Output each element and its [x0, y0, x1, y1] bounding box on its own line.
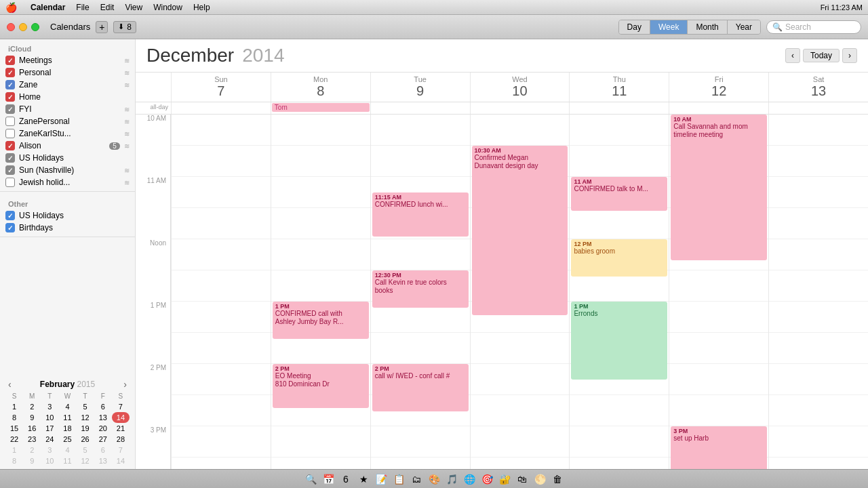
allday-thu[interactable] [569, 102, 669, 114]
dock-icon-3[interactable]: ★ [356, 472, 371, 487]
calendar-event[interactable]: 12 PMbabies groom [571, 239, 667, 277]
mini-cal-day[interactable]: 3 [41, 445, 58, 455]
view-year[interactable]: Year [728, 20, 760, 34]
view-week[interactable]: Week [650, 20, 688, 34]
mini-cal-day[interactable]: 6 [94, 401, 112, 412]
allday-mon[interactable]: Tom [271, 102, 370, 114]
apple-menu[interactable]: 🍎 [5, 2, 17, 13]
notification-badge[interactable]: ⬇ 8 [113, 21, 136, 33]
mini-cal-day[interactable]: 5 [77, 445, 94, 455]
cal-prev-btn[interactable]: ‹ [785, 48, 800, 63]
mini-cal-day[interactable]: 13 [94, 455, 112, 466]
mini-cal-day[interactable]: 7 [112, 445, 130, 455]
day-col-sat[interactable]: 5:30 PMHarb Christmas party [768, 115, 868, 469]
mini-cal-day[interactable]: 2 [23, 445, 41, 455]
mini-cal-day[interactable]: 10 [41, 412, 58, 423]
dock-icon-4[interactable]: 📝 [374, 472, 389, 487]
minimize-button[interactable] [19, 23, 27, 31]
dock-icon-1[interactable]: 📅 [321, 472, 336, 487]
sidebar-item-zane[interactable]: Zane ≋ [0, 79, 135, 91]
calendar-event[interactable]: 11:15 AMCONFIRMED lunch wi... [372, 192, 469, 237]
menu-edit[interactable]: Edit [100, 3, 115, 12]
view-month[interactable]: Month [688, 20, 727, 34]
dock-icon-0[interactable]: 🔍 [303, 472, 318, 487]
dock-icon-13[interactable]: 🌕 [532, 472, 547, 487]
calendar-event[interactable]: 10:30 AMConfirmed MeganDunavant design d… [472, 146, 568, 315]
mini-cal-day[interactable]: 19 [77, 423, 94, 434]
add-calendar-button[interactable]: + [96, 21, 108, 33]
dock-icon-6[interactable]: 🗂 [409, 472, 424, 487]
dock-icon-14[interactable]: 🗑 [550, 472, 565, 487]
allday-event-tom[interactable]: Tom [272, 103, 370, 112]
mini-cal-day[interactable]: 8 [5, 455, 23, 466]
allday-wed[interactable] [470, 102, 570, 114]
day-col-tue[interactable]: 11:15 AMCONFIRMED lunch wi...12:30 PMCal… [370, 115, 470, 469]
calendar-event[interactable]: 1 PMErronds [571, 302, 667, 380]
day-col-thu[interactable]: 11 AMCONFIRMED talk to M...12 PMbabies g… [569, 115, 669, 469]
dock-icon-9[interactable]: 🌐 [462, 472, 477, 487]
cal-next-btn[interactable]: › [842, 48, 857, 63]
sidebar-item-sun-(nashville)[interactable]: Sun (Nashville) ≋ [0, 164, 135, 176]
mini-cal-day[interactable]: 14 [112, 412, 130, 423]
sidebar-item-personal[interactable]: Personal ≋ [0, 66, 135, 79]
dock-icon-11[interactable]: 🔐 [497, 472, 512, 487]
allday-sun[interactable] [171, 102, 271, 114]
sidebar-item-zanekarlstu...[interactable]: ZaneKarlStu... ≋ [0, 127, 135, 140]
dock-icon-12[interactable]: 🛍 [515, 472, 530, 487]
view-day[interactable]: Day [619, 20, 650, 34]
menu-help[interactable]: Help [193, 3, 210, 12]
sidebar-item-fyi[interactable]: FYI ≋ [0, 103, 135, 115]
menu-file[interactable]: File [76, 3, 89, 12]
sidebar-item-alison[interactable]: Alison 5 ≋ [0, 140, 135, 152]
mini-cal-day[interactable]: 14 [112, 455, 130, 466]
menu-calendar[interactable]: Calendar [31, 3, 65, 12]
mini-cal-day[interactable]: 25 [58, 434, 76, 445]
mini-cal-day[interactable]: 27 [94, 434, 112, 445]
day-col-mon[interactable]: 1 PMCONFIRMED call withAshley Jumby Bay … [271, 115, 370, 469]
day-col-sun[interactable]: 6:30 PMCross point Church [171, 115, 271, 469]
dock-icon-2[interactable]: 6 [338, 472, 353, 487]
mini-cal-day[interactable]: 11 [58, 412, 76, 423]
mini-cal-day[interactable]: 28 [112, 434, 130, 445]
sidebar-other-us-holidays[interactable]: US Holidays [0, 209, 135, 222]
mini-cal-day[interactable]: 21 [112, 423, 130, 434]
dock-icon-7[interactable]: 🎨 [427, 472, 441, 487]
mini-cal-day[interactable]: 4 [58, 401, 76, 412]
dock-icon-5[interactable]: 📋 [391, 472, 406, 487]
dock-icon-8[interactable]: 🎵 [444, 472, 459, 487]
mini-cal-prev[interactable]: ‹ [5, 379, 14, 390]
mini-cal-day[interactable]: 15 [5, 423, 23, 434]
mini-cal-day[interactable]: 1 [5, 445, 23, 455]
sidebar-other-birthdays[interactable]: Birthdays [0, 222, 135, 234]
menu-view[interactable]: View [125, 3, 142, 12]
search-box[interactable]: 🔍 Search [766, 20, 861, 34]
mini-cal-day[interactable]: 8 [5, 412, 23, 423]
sidebar-item-zanepersonal[interactable]: ZanePersonal ≋ [0, 115, 135, 127]
maximize-button[interactable] [31, 23, 39, 31]
sidebar-item-meetings[interactable]: Meetings ≋ [0, 54, 135, 66]
calendar-event[interactable]: 10 AMCall Savannah and momtimeline meeti… [671, 115, 767, 260]
calendar-event[interactable]: 11 AMCONFIRMED talk to M... [571, 177, 667, 211]
allday-fri[interactable] [669, 102, 768, 114]
mini-cal-day[interactable]: 13 [94, 412, 112, 423]
calendar-event[interactable]: 2 PMcall w/ IWED - conf call # [372, 364, 469, 411]
mini-cal-day[interactable]: 18 [58, 423, 76, 434]
day-col-fri[interactable]: 10 AMCall Savannah and momtimeline meeti… [669, 115, 768, 469]
mini-cal-day[interactable]: 7 [112, 401, 130, 412]
calendar-event[interactable]: 3 PMset up Harb [671, 426, 767, 469]
dock-icon-10[interactable]: 🎯 [479, 472, 494, 487]
mini-cal-day[interactable]: 9 [23, 455, 41, 466]
mini-cal-day[interactable]: 26 [77, 434, 94, 445]
mini-cal-day[interactable]: 4 [58, 445, 76, 455]
mini-cal-day[interactable]: 20 [94, 423, 112, 434]
mini-cal-day[interactable]: 5 [77, 401, 94, 412]
calendar-event[interactable]: 1 PMCONFIRMED call withAshley Jumby Bay … [273, 302, 369, 339]
mini-cal-next[interactable]: › [121, 379, 130, 390]
mini-cal-day[interactable]: 10 [41, 455, 58, 466]
calendar-event[interactable]: 12:30 PMCall Kevin re true colors books [372, 270, 469, 308]
mini-cal-day[interactable]: 17 [41, 423, 58, 434]
mini-cal-day[interactable]: 3 [41, 401, 58, 412]
menu-window[interactable]: Window [153, 3, 182, 12]
mini-cal-day[interactable]: 2 [23, 401, 41, 412]
allday-tue[interactable] [370, 102, 470, 114]
